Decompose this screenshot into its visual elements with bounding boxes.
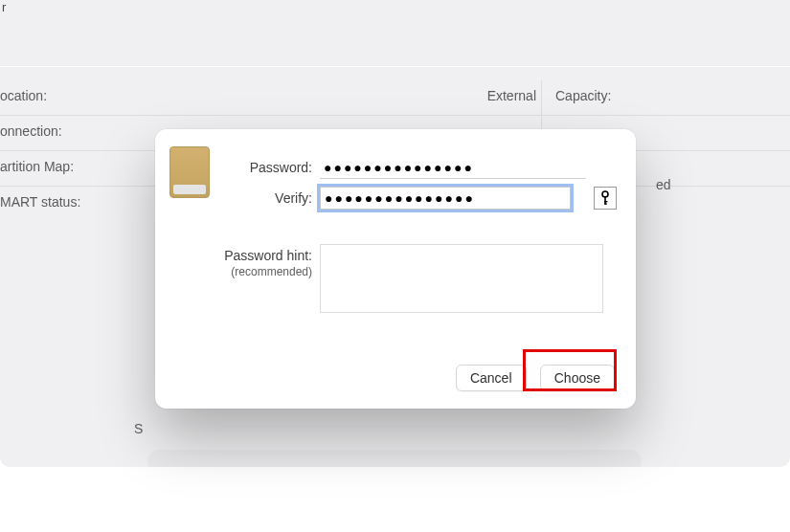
hint-textarea[interactable] [320,244,603,313]
verify-label: Verify: [224,187,320,206]
svg-rect-1 [604,197,606,205]
password-input[interactable] [320,156,586,179]
cancel-button[interactable]: Cancel [456,365,527,391]
info-label-capacity: Capacity: [555,88,611,103]
info-value-location: External [487,88,536,103]
svg-rect-3 [604,203,607,204]
background-peek-right: ed [656,177,671,192]
svg-point-0 [602,191,608,197]
password-field-wrap [320,156,617,179]
verify-row: Verify: [224,187,617,210]
truncated-title-letter: r [2,0,6,14]
hint-row: Password hint: (recommended) [224,244,617,317]
key-icon [599,190,611,206]
verify-field-wrap [320,187,617,210]
hint-sublabel: (recommended) [224,265,312,278]
password-label: Password: [224,156,320,175]
hint-label-text: Password hint: [224,248,312,263]
window-header-area: r [0,0,790,67]
dialog-button-bar: Cancel Choose [456,365,615,391]
background-peek-left: S [134,421,168,436]
password-row: Password: [224,156,617,179]
info-row-location: ocation: External Capacity: [0,80,790,116]
svg-rect-2 [604,201,607,202]
verify-input[interactable] [320,187,571,210]
info-label-location: ocation: [0,88,536,103]
hint-label: Password hint: (recommended) [224,244,320,278]
password-assistant-button[interactable] [594,187,617,210]
page-white-area [0,467,790,524]
choose-button[interactable]: Choose [540,365,615,391]
disk-icon-wrap [165,146,214,223]
password-dialog: Password: Verify: Password hint: (recomm… [155,129,636,409]
hint-field-wrap [320,244,617,317]
disk-icon [169,146,210,198]
